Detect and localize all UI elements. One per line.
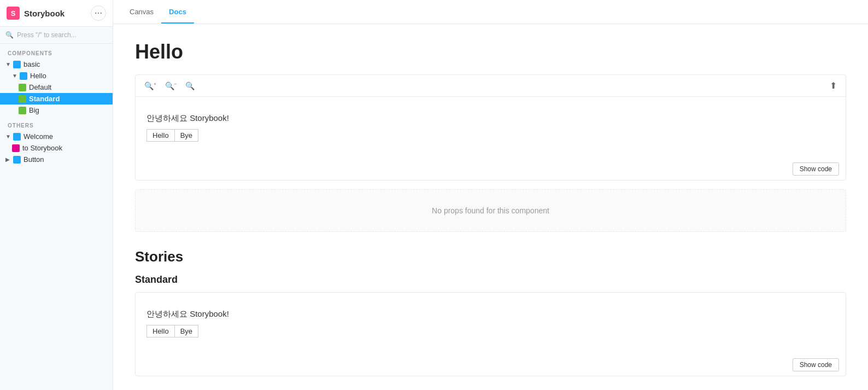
sidebar-item-label-to-storybook: to Storybook (22, 144, 62, 152)
props-empty-text: No props found for this component (432, 206, 549, 215)
story-greeting: 안녕하세요 Storybook! (146, 309, 835, 319)
sidebar-item-standard[interactable]: Standard (0, 93, 113, 104)
sidebar-header: S Storybook ⋯ (0, 0, 113, 27)
show-code-row-story: Show code (136, 354, 846, 376)
storybook-logo: S (7, 7, 20, 20)
story-hello-button[interactable]: Hello (146, 325, 174, 337)
preview-body: 안녕하세요 Storybook! Hello Bye (136, 97, 846, 158)
zoom-in-icon: 🔍+ (144, 82, 156, 90)
story-icon-standard (19, 95, 26, 103)
story-preview-buttons: Hello Bye (146, 325, 835, 337)
components-section-label: COMPONENTS (0, 44, 113, 59)
reset-zoom-icon: 🔍 (185, 82, 195, 90)
export-icon: ⬆ (830, 81, 837, 90)
book-icon-basic (13, 61, 21, 68)
preview-toolbar: 🔍+ 🔍− 🔍 ⬆ (136, 75, 846, 97)
search-icon: 🔍 (5, 31, 14, 39)
story-icon-default (19, 84, 26, 91)
story-bye-button[interactable]: Bye (174, 325, 198, 337)
sidebar-item-welcome[interactable]: ▼ Welcome (0, 131, 113, 142)
search-bar[interactable]: 🔍 Press "/" to search... (0, 27, 113, 44)
page-title: Hello (135, 40, 846, 63)
sidebar-item-label-standard: Standard (29, 95, 60, 103)
zoom-out-icon: 🔍− (165, 82, 177, 90)
component-icon-hello (20, 72, 27, 80)
show-code-button-main[interactable]: Show code (793, 162, 839, 176)
story-standard: Standard 안녕하세요 Storybook! Hello Bye Show… (135, 274, 846, 376)
reset-zoom-button[interactable]: 🔍 (183, 80, 197, 91)
content-area: Hello 🔍+ 🔍− 🔍 ⬆ 안녕하세요 Storybook! (113, 24, 868, 390)
sidebar: S Storybook ⋯ 🔍 Press "/" to search... C… (0, 0, 113, 390)
search-placeholder: Press "/" to search... (17, 31, 77, 39)
sidebar-item-label-basic: basic (24, 60, 40, 68)
sidebar-item-basic[interactable]: ▼ basic (0, 59, 113, 70)
zoom-in-button[interactable]: 🔍+ (142, 80, 159, 91)
others-section-label: OTHERS (0, 116, 113, 131)
caret-button: ▶ (5, 156, 12, 162)
sidebar-menu-button[interactable]: ⋯ (91, 5, 106, 21)
app-title: Storybook (24, 9, 86, 18)
caret-basic: ▼ (5, 61, 12, 67)
sidebar-item-label-welcome: Welcome (24, 132, 53, 141)
show-code-button-story[interactable]: Show code (793, 358, 839, 371)
story-name-standard: Standard (135, 274, 846, 286)
story-icon-to-storybook (12, 144, 20, 152)
tab-docs[interactable]: Docs (161, 1, 194, 24)
sidebar-item-hello[interactable]: ▼ Hello (0, 70, 113, 82)
zoom-out-button[interactable]: 🔍− (163, 80, 179, 91)
preview-greeting: 안녕하세요 Storybook! (146, 113, 835, 124)
export-button[interactable]: ⬆ (828, 79, 839, 92)
story-preview-frame: 안녕하세요 Storybook! Hello Bye Show code (135, 292, 846, 376)
main-area: Canvas Docs Hello 🔍+ 🔍− 🔍 ⬆ (113, 0, 868, 390)
sidebar-item-label-button: Button (24, 155, 44, 164)
bye-button[interactable]: Bye (174, 129, 198, 142)
props-section: No props found for this component (135, 189, 846, 232)
sidebar-item-label-hello: Hello (30, 72, 46, 80)
preview-buttons: Hello Bye (146, 129, 835, 142)
caret-hello: ▼ (12, 73, 19, 79)
component-icon-button (13, 156, 21, 164)
story-icon-big (19, 107, 26, 114)
caret-welcome: ▼ (5, 133, 12, 139)
sidebar-item-button[interactable]: ▶ Button (0, 154, 113, 165)
show-code-row-main: Show code (136, 158, 846, 180)
sidebar-item-big[interactable]: Big (0, 104, 113, 116)
tab-canvas[interactable]: Canvas (122, 1, 161, 24)
component-icon-welcome (13, 133, 21, 141)
others-section: OTHERS ▼ Welcome to Storybook ▶ Button (0, 116, 113, 165)
sidebar-item-to-storybook[interactable]: to Storybook (0, 142, 113, 154)
hello-button[interactable]: Hello (146, 129, 174, 142)
stories-section-title: Stories (135, 248, 846, 265)
components-section: COMPONENTS ▼ basic ▼ Hello Default Stand… (0, 44, 113, 116)
sidebar-item-label-default: Default (29, 83, 51, 91)
sidebar-item-label-big: Big (29, 106, 39, 114)
main-preview-frame: 🔍+ 🔍− 🔍 ⬆ 안녕하세요 Storybook! Hello Bye (135, 74, 846, 181)
tab-bar: Canvas Docs (113, 0, 868, 24)
sidebar-item-default[interactable]: Default (0, 82, 113, 93)
story-preview-body: 안녕하세요 Storybook! Hello Bye (136, 293, 846, 354)
